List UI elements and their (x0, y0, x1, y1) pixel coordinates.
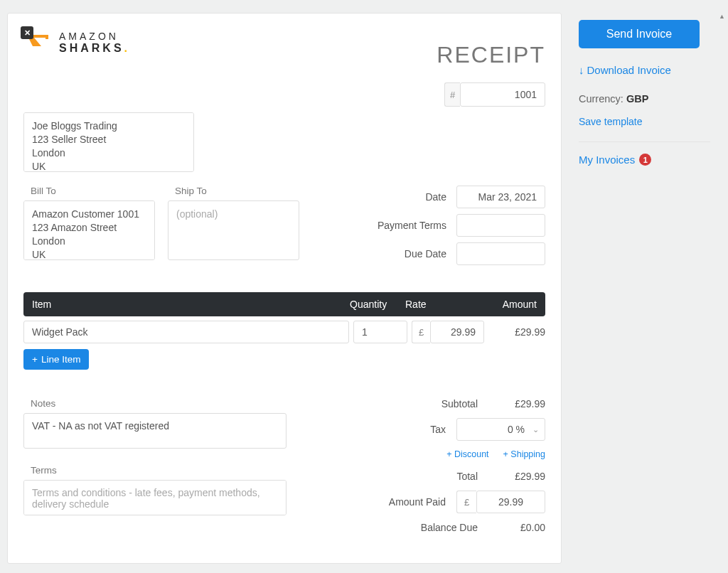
due-date-label: Due Date (405, 248, 446, 259)
remove-logo-icon[interactable]: ✕ (21, 26, 33, 39)
items-table-header: Item Quantity Rate Amount (23, 292, 545, 316)
payment-terms-label: Payment Terms (378, 220, 446, 231)
subtotal-value: £29.99 (488, 398, 545, 409)
item-rate-input[interactable] (430, 321, 484, 343)
plus-icon: + (32, 354, 38, 365)
amount-paid-input[interactable] (476, 491, 545, 513)
invoice-count-badge: 1 (639, 154, 651, 166)
item-amount: £29.99 (490, 321, 545, 343)
subtotal-label: Subtotal (332, 398, 478, 409)
download-invoice-link[interactable]: ↓ Download Invoice (579, 64, 710, 76)
bill-to-label: Bill To (23, 186, 155, 196)
send-invoice-button[interactable]: Send Invoice (579, 20, 700, 48)
logo[interactable]: ✕ AMAZON SHARKS. (23, 29, 130, 56)
save-template-link[interactable]: Save template (579, 116, 710, 127)
download-icon: ↓ (579, 64, 584, 76)
tax-select[interactable]: 0 % ⌄ (456, 418, 545, 441)
sidebar: Send Invoice ↓ Download Invoice Currency… (579, 13, 710, 564)
notes-input[interactable] (23, 413, 287, 449)
balance-due-value: £0.00 (488, 522, 545, 533)
date-label: Date (425, 191, 446, 203)
divider (579, 141, 710, 142)
ship-to-label: Ship To (168, 186, 299, 196)
chevron-down-icon: ⌄ (532, 425, 539, 434)
paid-currency-symbol: £ (456, 491, 476, 513)
ship-to-input[interactable] (168, 200, 299, 260)
terms-label: Terms (23, 465, 314, 476)
total-label: Total (332, 471, 478, 482)
plus-icon: + (503, 449, 511, 459)
add-shipping-link[interactable]: + Shipping (503, 449, 545, 459)
item-quantity-input[interactable] (353, 321, 407, 343)
payment-terms-input[interactable] (456, 214, 545, 237)
scroll-up-caret: ▲ (719, 13, 725, 20)
terms-input[interactable] (23, 480, 287, 515)
bill-to-input[interactable] (23, 200, 155, 260)
from-address-input[interactable] (23, 112, 194, 172)
line-item-row: £ £29.99 (23, 321, 545, 343)
notes-label: Notes (23, 398, 314, 409)
balance-due-label: Balance Due (332, 522, 478, 533)
currency-row[interactable]: Currency: GBP (579, 93, 710, 105)
rate-currency-symbol: £ (412, 321, 430, 343)
item-description-input[interactable] (23, 321, 349, 343)
invoice-number-input[interactable] (460, 82, 545, 107)
date-input[interactable] (456, 186, 545, 208)
plus-icon: + (446, 449, 454, 459)
number-hash-icon: # (444, 82, 460, 107)
invoice-card: ✕ AMAZON SHARKS. RECEIPT # Bill T (7, 13, 562, 564)
my-invoices-link[interactable]: My Invoices 1 (579, 154, 710, 166)
amount-paid-label: Amount Paid (332, 496, 446, 508)
total-value: £29.99 (488, 471, 545, 482)
tax-label: Tax (332, 424, 446, 435)
add-discount-link[interactable]: + Discount (446, 449, 488, 459)
due-date-input[interactable] (456, 242, 545, 265)
add-line-item-button[interactable]: + Line Item (23, 349, 89, 370)
document-title[interactable]: RECEIPT (437, 42, 545, 68)
logo-text: AMAZON SHARKS. (59, 31, 130, 54)
